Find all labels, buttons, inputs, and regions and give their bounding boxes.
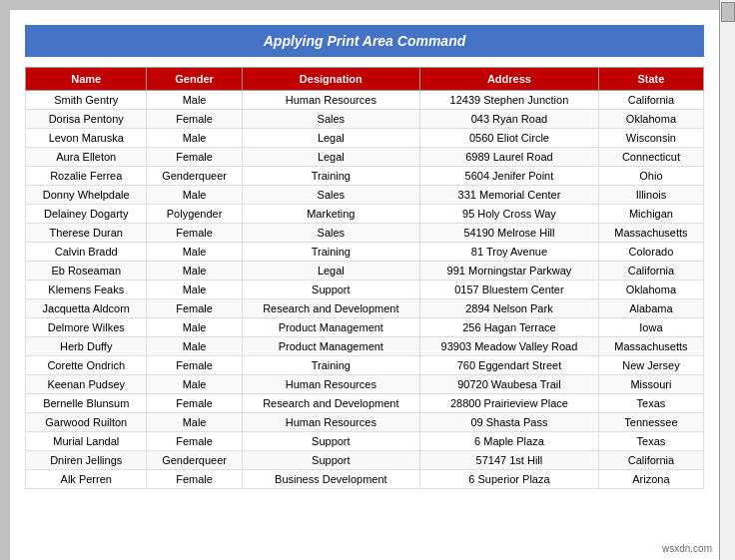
table-cell: Male	[147, 413, 242, 432]
table-row: Therese DuranFemaleSales54190 Melrose Hi…	[26, 224, 704, 243]
table-cell: Legal	[242, 148, 419, 167]
table-cell: Male	[147, 318, 242, 337]
table-cell: 991 Morningstar Parkway	[420, 262, 599, 280]
table-cell: Female	[147, 356, 242, 375]
table-cell: Oklahoma	[598, 110, 703, 129]
table-row: Rozalie FerreaGenderqueerTraining5604 Je…	[26, 167, 704, 186]
table-cell: 043 Ryan Road	[420, 110, 599, 129]
table-cell: Murial Landal	[26, 432, 147, 451]
table-cell: Corette Ondrich	[26, 356, 147, 375]
table-row: Bernelle BlunsumFemaleResearch and Devel…	[26, 394, 704, 413]
table-cell: Illinois	[598, 186, 703, 205]
table-cell: Female	[147, 432, 242, 451]
table-cell: Genderqueer	[147, 451, 242, 470]
table-cell: Support	[242, 280, 419, 299]
table-cell: Business Development	[242, 470, 419, 489]
table-cell: 28800 Prairieview Place	[420, 394, 599, 413]
table-cell: Genderqueer	[147, 167, 242, 186]
table-cell: Male	[147, 186, 242, 205]
table-row: Calvin BraddMaleTraining81 Troy AvenueCo…	[26, 243, 704, 262]
table-row: Corette OndrichFemaleTraining760 Eggenda…	[26, 356, 704, 375]
table-cell: Male	[147, 91, 242, 110]
table-row: Smith GentryMaleHuman Resources12439 Ste…	[26, 91, 704, 110]
table-cell: 95 Holy Cross Way	[420, 205, 599, 224]
table-cell: Garwood Ruilton	[26, 413, 147, 432]
table-cell: Missouri	[598, 375, 703, 394]
table-cell: Massachusetts	[598, 224, 703, 243]
table-row: Delmore WilkesMaleProduct Management256 …	[26, 318, 704, 337]
table-cell: 331 Memorial Center	[420, 186, 599, 205]
table-cell: Female	[147, 110, 242, 129]
table-cell: Female	[147, 299, 242, 318]
table-cell: Training	[242, 356, 419, 375]
table-row: Herb DuffyMaleProduct Management93903 Me…	[26, 337, 704, 356]
col-header-designation: Designation	[242, 68, 419, 91]
table-cell: Sales	[242, 186, 419, 205]
table-cell: Female	[147, 148, 242, 167]
table-cell: Alk Perren	[26, 470, 147, 489]
table-row: Donny WhelpdaleMaleSales331 Memorial Cen…	[26, 186, 704, 205]
table-cell: Delainey Dogarty	[26, 205, 147, 224]
table-cell: Human Resources	[242, 91, 419, 110]
table-cell: Arizona	[598, 470, 703, 489]
table-cell: Human Resources	[242, 375, 419, 394]
table-cell: Eb Roseaman	[26, 262, 147, 280]
scrollbar[interactable]	[719, 0, 735, 560]
table-cell: Male	[147, 280, 242, 299]
table-cell: Male	[147, 337, 242, 356]
table-cell: Levon Maruska	[26, 129, 147, 148]
table-cell: Training	[242, 167, 419, 186]
table-cell: Alabama	[598, 299, 703, 318]
table-cell: Colorado	[598, 243, 703, 262]
table-cell: Smith Gentry	[26, 91, 147, 110]
table-cell: Male	[147, 262, 242, 280]
table-cell: Delmore Wilkes	[26, 318, 147, 337]
table-cell: Wisconsin	[598, 129, 703, 148]
table-cell: 0157 Bluestem Center	[420, 280, 599, 299]
table-row: Jacquetta AldcornFemaleResearch and Deve…	[26, 299, 704, 318]
table-cell: Dniren Jellings	[26, 451, 147, 470]
table-cell: Klemens Feaks	[26, 280, 147, 299]
scrollbar-thumb[interactable]	[721, 2, 735, 22]
table-cell: Rozalie Ferrea	[26, 167, 147, 186]
table-cell: Keenan Pudsey	[26, 375, 147, 394]
table-cell: Calvin Bradd	[26, 243, 147, 262]
table-cell: Massachusetts	[598, 337, 703, 356]
table-cell: Texas	[598, 394, 703, 413]
table-cell: Support	[242, 432, 419, 451]
table-cell: 81 Troy Avenue	[420, 243, 599, 262]
table-cell: California	[598, 91, 703, 110]
table-cell: Female	[147, 470, 242, 489]
table-cell: 6 Maple Plaza	[420, 432, 599, 451]
table-cell: 12439 Stephen Junction	[420, 91, 599, 110]
table-row: Keenan PudseyMaleHuman Resources90720 Wa…	[26, 375, 704, 394]
table-cell: Research and Development	[242, 299, 419, 318]
table-cell: Male	[147, 375, 242, 394]
table-cell: 2894 Nelson Park	[420, 299, 599, 318]
table-cell: 93903 Meadow Valley Road	[420, 337, 599, 356]
table-cell: Training	[242, 243, 419, 262]
table-cell: Bernelle Blunsum	[26, 394, 147, 413]
table-row: Eb RoseamanMaleLegal991 Morningstar Park…	[26, 262, 704, 280]
col-header-state: State	[598, 68, 703, 91]
table-cell: Aura Elleton	[26, 148, 147, 167]
table-cell: Oklahoma	[598, 280, 703, 299]
table-cell: 0560 Eliot Circle	[420, 129, 599, 148]
table-cell: California	[598, 262, 703, 280]
table-cell: Texas	[598, 432, 703, 451]
table-cell: Female	[147, 394, 242, 413]
table-cell: Michigan	[598, 205, 703, 224]
table-cell: Sales	[242, 224, 419, 243]
watermark: wsxdn.com	[659, 542, 715, 555]
table-cell: Donny Whelpdale	[26, 186, 147, 205]
table-cell: New Jersey	[598, 356, 703, 375]
table-cell: 6 Superior Plaza	[420, 470, 599, 489]
data-table: Name Gender Designation Address State Sm…	[25, 67, 704, 489]
table-cell: Marketing	[242, 205, 419, 224]
table-row: Garwood RuiltonMaleHuman Resources09 Sha…	[26, 413, 704, 432]
table-row: Murial LandalFemaleSupport6 Maple PlazaT…	[26, 432, 704, 451]
table-cell: Product Management	[242, 337, 419, 356]
table-cell: Legal	[242, 129, 419, 148]
table-cell: Jacquetta Aldcorn	[26, 299, 147, 318]
table-cell: Sales	[242, 110, 419, 129]
